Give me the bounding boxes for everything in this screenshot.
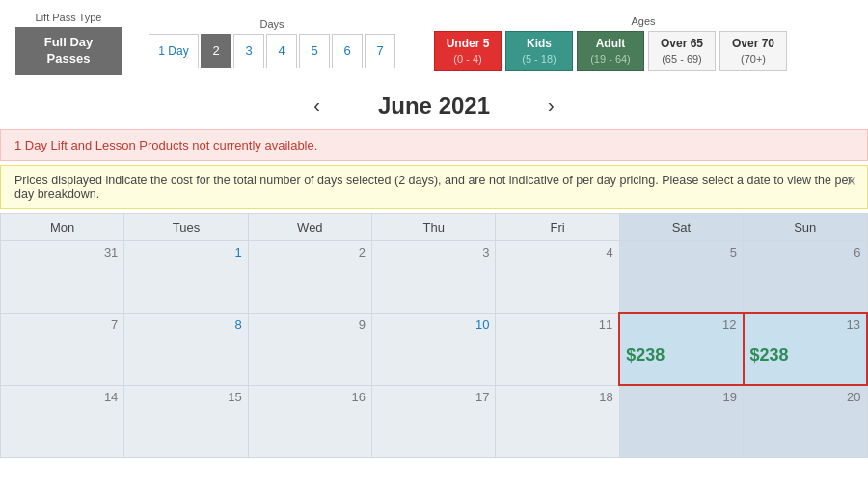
ages-section: Ages Under 5 (0 - 4) Kids (5 - 18) Adult… (434, 15, 853, 71)
days-buttons: 1 Day 2 3 4 5 6 7 (149, 34, 395, 68)
col-sat: Sat (619, 213, 743, 240)
age-btn-over65[interactable]: Over 65 (65 - 69) (648, 31, 716, 71)
day-btn-7[interactable]: 7 (365, 34, 395, 68)
day-btn-3[interactable]: 3 (233, 34, 264, 68)
table-row[interactable]: 16 (248, 385, 371, 457)
calendar-week-2: 7 8 9 10 11 12 $238 13 $238 (1, 313, 868, 385)
age-btn-under5[interactable]: Under 5 (0 - 4) (434, 31, 502, 71)
month-nav: ‹ June 2021 › (0, 83, 868, 125)
days-label: Days (149, 18, 395, 30)
alert-red: 1 Day Lift and Lesson Products not curre… (0, 129, 868, 161)
calendar-header-row: Mon Tues Wed Thu Fri Sat Sun (1, 213, 868, 240)
table-row[interactable]: 13 $238 (744, 313, 867, 385)
day-btn-5[interactable]: 5 (299, 34, 330, 68)
table-row[interactable]: 19 (619, 385, 743, 457)
table-row[interactable]: 14 (1, 385, 124, 457)
table-row[interactable]: 18 (496, 385, 619, 457)
calendar-week-3: 14 15 16 17 18 19 20 (1, 385, 868, 457)
calendar: Mon Tues Wed Thu Fri Sat Sun 31 1 2 3 4 … (0, 213, 868, 458)
table-row[interactable]: 8 (124, 313, 248, 385)
calendar-week-1: 31 1 2 3 4 5 6 (1, 240, 868, 313)
table-row[interactable]: 5 (619, 240, 743, 313)
table-row[interactable]: 17 (372, 385, 496, 457)
col-wed: Wed (248, 213, 371, 240)
days-section: Days 1 Day 2 3 4 5 6 7 (149, 18, 395, 68)
next-month-button[interactable]: › (540, 95, 562, 117)
close-alert-button[interactable]: ✕ (846, 174, 857, 189)
ages-label: Ages (434, 15, 853, 27)
age-buttons: Under 5 (0 - 4) Kids (5 - 18) Adult (19 … (434, 31, 853, 71)
table-row[interactable]: 4 (496, 240, 619, 313)
col-thu: Thu (372, 213, 496, 240)
prev-month-button[interactable]: ‹ (306, 95, 328, 117)
table-row[interactable]: 15 (124, 385, 248, 457)
table-row[interactable]: 1 (124, 240, 248, 313)
col-mon: Mon (1, 213, 124, 240)
table-row[interactable]: 11 (496, 313, 619, 385)
day-btn-4[interactable]: 4 (266, 34, 297, 68)
age-btn-adult[interactable]: Adult (19 - 64) (577, 31, 644, 71)
lift-pass-section: Lift Pass Type Full Day Passes (15, 12, 122, 75)
table-row[interactable]: 31 (1, 240, 124, 313)
table-row[interactable]: 12 $238 (619, 313, 743, 385)
age-btn-over70[interactable]: Over 70 (70+) (719, 31, 787, 71)
day-btn-2[interactable]: 2 (201, 34, 231, 68)
table-row[interactable]: 20 (744, 385, 867, 457)
day-btn-6[interactable]: 6 (332, 34, 363, 68)
age-btn-kids[interactable]: Kids (5 - 18) (505, 31, 573, 71)
table-row[interactable]: 9 (248, 313, 371, 385)
table-row[interactable]: 3 (372, 240, 496, 313)
month-title: June 2021 (347, 93, 521, 120)
col-fri: Fri (496, 213, 619, 240)
table-row[interactable]: 10 (372, 313, 496, 385)
full-day-passes-button[interactable]: Full Day Passes (15, 27, 122, 75)
alert-yellow: Prices displayed indicate the cost for t… (0, 165, 868, 209)
top-controls: Lift Pass Type Full Day Passes Days 1 Da… (0, 0, 868, 83)
app-container: Lift Pass Type Full Day Passes Days 1 Da… (0, 0, 868, 491)
table-row[interactable]: 7 (1, 313, 124, 385)
lift-pass-label: Lift Pass Type (15, 12, 122, 23)
table-row[interactable]: 2 (248, 240, 371, 313)
table-row[interactable]: 6 (744, 240, 867, 313)
col-tues: Tues (124, 213, 248, 240)
day-btn-1[interactable]: 1 Day (149, 34, 199, 68)
col-sun: Sun (744, 213, 867, 240)
